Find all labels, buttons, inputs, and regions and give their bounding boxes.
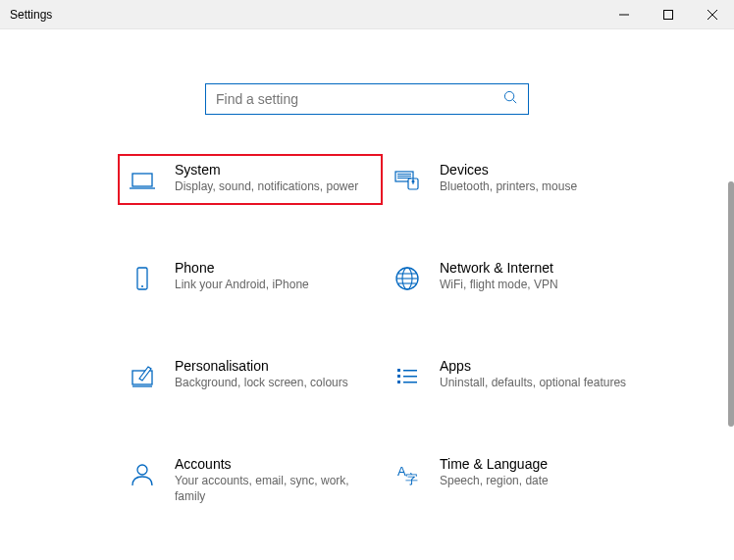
tile-desc: Uninstall, defaults, optional features [440, 376, 640, 391]
language-icon: A字 [391, 458, 424, 491]
tile-text: Accounts Your accounts, email, sync, wor… [175, 456, 375, 504]
tile-title: Personalisation [175, 358, 375, 374]
svg-line-5 [513, 99, 517, 103]
tile-title: Apps [440, 358, 640, 374]
svg-text:字: 字 [405, 472, 418, 486]
svg-point-4 [504, 91, 513, 100]
svg-rect-6 [132, 174, 152, 186]
svg-rect-29 [403, 382, 417, 383]
search-input[interactable] [216, 91, 503, 107]
svg-rect-10 [397, 176, 411, 177]
tile-text: Apps Uninstall, defaults, optional featu… [440, 358, 640, 391]
tile-title: Phone [175, 260, 375, 276]
tile-system[interactable]: System Display, sound, notifications, po… [118, 154, 383, 205]
search-icon [503, 90, 518, 109]
globe-icon [391, 262, 424, 295]
tile-title: Devices [440, 162, 640, 178]
tile-network[interactable]: Network & Internet WiFi, flight mode, VP… [383, 252, 648, 303]
tile-text: Devices Bluetooth, printers, mouse [440, 162, 640, 195]
svg-rect-9 [397, 174, 411, 175]
apps-list-icon [391, 360, 424, 393]
tile-desc: Bluetooth, printers, mouse [440, 179, 640, 195]
svg-rect-27 [403, 376, 417, 378]
person-icon [126, 458, 159, 491]
devices-icon [391, 164, 424, 197]
tile-text: Network & Internet WiFi, flight mode, VP… [440, 260, 640, 293]
tile-desc: WiFi, flight mode, VPN [440, 278, 640, 293]
window-title: Settings [0, 8, 52, 22]
tile-text: Time & Language Speech, region, date [440, 456, 640, 489]
minimize-button[interactable] [602, 0, 646, 29]
tile-desc: Background, lock screen, colours [175, 376, 375, 391]
tile-title: System [175, 162, 375, 178]
svg-rect-1 [663, 10, 672, 19]
close-icon [708, 10, 717, 20]
svg-rect-24 [397, 369, 400, 372]
content-area: System Display, sound, notifications, po… [0, 29, 734, 560]
window-controls [602, 0, 734, 29]
tile-desc: Your accounts, email, sync, work, family [175, 474, 375, 504]
maximize-button[interactable] [646, 0, 690, 29]
svg-point-30 [137, 465, 147, 475]
maximize-icon [663, 10, 673, 20]
titlebar: Settings [0, 0, 734, 29]
tile-personalisation[interactable]: Personalisation Background, lock screen,… [118, 350, 383, 401]
minimize-icon [619, 10, 629, 20]
search-box[interactable] [205, 83, 529, 115]
scrollbar-thumb[interactable] [728, 181, 734, 427]
svg-rect-26 [397, 375, 400, 378]
tile-title: Network & Internet [440, 260, 640, 276]
tile-title: Accounts [175, 456, 375, 472]
tile-devices[interactable]: Devices Bluetooth, printers, mouse [383, 154, 648, 205]
tile-text: Personalisation Background, lock screen,… [175, 358, 375, 391]
tile-text: Phone Link your Android, iPhone [175, 260, 375, 293]
phone-icon [126, 262, 159, 295]
svg-rect-25 [403, 370, 417, 372]
paint-icon [126, 360, 159, 393]
tile-desc: Speech, region, date [440, 474, 640, 489]
svg-point-14 [412, 180, 415, 183]
tile-desc: Link your Android, iPhone [175, 278, 375, 293]
tile-title: Time & Language [440, 456, 640, 472]
svg-point-16 [141, 285, 143, 287]
tile-phone[interactable]: Phone Link your Android, iPhone [118, 252, 383, 303]
settings-grid: System Display, sound, notifications, po… [0, 154, 734, 512]
laptop-icon [126, 164, 159, 197]
tile-accounts[interactable]: Accounts Your accounts, email, sync, wor… [118, 448, 383, 512]
tile-desc: Display, sound, notifications, power [175, 179, 375, 195]
svg-rect-28 [397, 381, 400, 383]
tile-text: System Display, sound, notifications, po… [175, 162, 375, 195]
close-button[interactable] [690, 0, 734, 29]
tile-apps[interactable]: Apps Uninstall, defaults, optional featu… [383, 350, 648, 401]
search-container [0, 29, 734, 154]
tile-time-language[interactable]: A字 Time & Language Speech, region, date [383, 448, 648, 512]
